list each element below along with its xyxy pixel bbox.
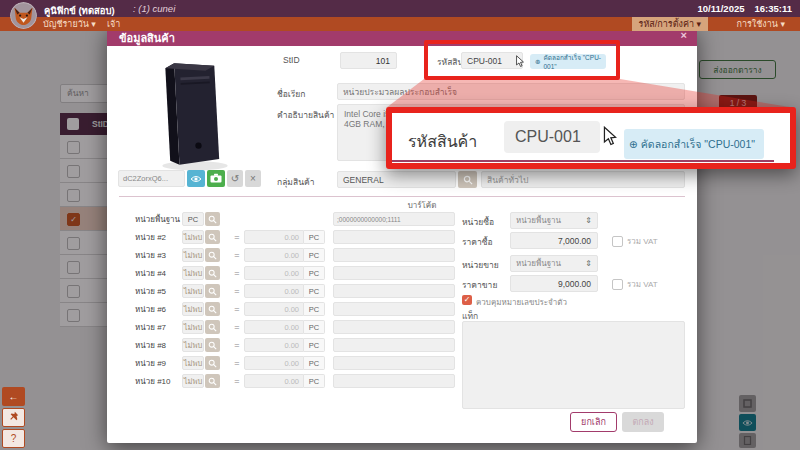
qty-input[interactable]: 0.00 bbox=[244, 320, 304, 334]
unit-input[interactable]: ไม่พบ bbox=[182, 356, 204, 370]
buy-unit-select[interactable]: หน่วยพื้นฐาน⇕ bbox=[510, 212, 598, 229]
unit-row: หน่วย #3ไม่พบ=0.00PC bbox=[135, 246, 490, 264]
qty-input[interactable]: 0.00 bbox=[244, 374, 304, 388]
search-icon bbox=[208, 323, 217, 332]
sell-unit-label: หน่วยขาย bbox=[462, 258, 499, 272]
sell-vat-checkbox-row: รวม VAT bbox=[612, 278, 658, 291]
mouse-cursor-icon bbox=[602, 126, 618, 147]
callout-copy-tooltip: ⊕คัดลอกสำเร็จ "CPU-001" bbox=[624, 129, 764, 159]
unit-search-button[interactable] bbox=[205, 320, 220, 334]
mouse-cursor-icon bbox=[515, 55, 525, 68]
qty-input[interactable]: 0.00 bbox=[244, 266, 304, 280]
unit-search-button[interactable] bbox=[205, 248, 220, 262]
app-title: คูนิฟิกข์ (ทดสอบ) bbox=[44, 3, 115, 18]
image-camera-button[interactable] bbox=[207, 170, 225, 187]
sort-arrows-icon: ⇕ bbox=[585, 216, 592, 225]
help-icon: ? bbox=[11, 433, 17, 444]
menubar: บัญชีรายวัน ▾ เจ้า รหัส/การตั้งค่า ▾ การ… bbox=[0, 17, 800, 31]
cancel-button[interactable]: ยกเลิก bbox=[570, 412, 617, 432]
unit-search-button[interactable] bbox=[205, 374, 220, 388]
barcode-input[interactable]: ;0000000000000;1111 bbox=[333, 212, 455, 226]
copy-plus-icon: ⊕ bbox=[535, 58, 540, 66]
unit-input[interactable]: ไม่พบ bbox=[182, 338, 204, 352]
app-logo-fox-icon[interactable] bbox=[10, 2, 37, 29]
tag-textarea[interactable] bbox=[462, 321, 685, 409]
time-label: 16:35:11 bbox=[754, 3, 792, 14]
search-icon bbox=[208, 269, 217, 278]
pin-button[interactable] bbox=[2, 408, 25, 427]
unit-row: หน่วย #5ไม่พบ=0.00PC bbox=[135, 282, 490, 300]
qty-input[interactable]: 0.00 bbox=[244, 230, 304, 244]
unit-row: หน่วย #8ไม่พบ=0.00PC bbox=[135, 336, 490, 354]
image-view-button[interactable] bbox=[187, 170, 205, 187]
image-id-input[interactable]: dC2ZorxQ6... bbox=[118, 170, 185, 187]
group-name-input[interactable]: สินค้าทั่วไป bbox=[481, 171, 685, 188]
search-icon bbox=[208, 341, 217, 350]
unit-search-button[interactable] bbox=[205, 284, 220, 298]
unit-search-button[interactable] bbox=[205, 302, 220, 316]
unit-input[interactable]: ไม่พบ bbox=[182, 302, 204, 316]
qty-input[interactable]: 0.00 bbox=[244, 356, 304, 370]
vat-checkbox[interactable] bbox=[612, 279, 623, 290]
serial-control-label: ควบคุมหมายเลขประจำตัว bbox=[476, 296, 567, 309]
qty-input[interactable]: 0.00 bbox=[244, 284, 304, 298]
unit-search-button[interactable] bbox=[205, 212, 220, 226]
sell-unit-select[interactable]: หน่วยพื้นฐาน⇕ bbox=[510, 255, 598, 272]
menu-usage[interactable]: การใช้งาน ▾ bbox=[730, 17, 792, 31]
search-icon bbox=[208, 377, 217, 386]
unit-search-button[interactable] bbox=[205, 230, 220, 244]
callout-code-label: รหัสสินค้า bbox=[408, 129, 477, 154]
barcode-input[interactable] bbox=[333, 248, 455, 262]
barcode-input[interactable] bbox=[333, 302, 455, 316]
stid-label: StID bbox=[283, 55, 300, 65]
unit-input[interactable]: ไม่พบ bbox=[182, 284, 204, 298]
base-unit-input[interactable]: PC bbox=[182, 212, 204, 226]
name-label: ชื่อเรียก bbox=[277, 87, 305, 101]
name-input[interactable]: หน่วยประมวลผลประกอบสำเร็จ bbox=[337, 83, 685, 100]
qty-input[interactable]: 0.00 bbox=[244, 248, 304, 262]
sell-price-label: ราคาขาย bbox=[462, 278, 497, 292]
qty-input[interactable]: 0.00 bbox=[244, 338, 304, 352]
barcode-input[interactable] bbox=[333, 266, 455, 280]
serial-control-checkbox[interactable]: ✓ bbox=[462, 295, 472, 305]
callout-divider bbox=[392, 160, 774, 162]
menu-codes-settings[interactable]: รหัส/การตั้งค่า ▾ bbox=[632, 17, 708, 31]
eye-icon bbox=[190, 175, 202, 183]
unit-input[interactable]: ไม่พบ bbox=[182, 266, 204, 280]
unit-input[interactable]: ไม่พบ bbox=[182, 230, 204, 244]
session-label: : (1) cunei bbox=[133, 3, 175, 14]
zoom-callout: รหัสสินค้า CPU-001 ⊕คัดลอกสำเร็จ "CPU-00… bbox=[386, 107, 796, 169]
help-button[interactable]: ? bbox=[2, 429, 25, 448]
date-label: 10/11/2025 bbox=[697, 3, 744, 14]
unit-input[interactable]: ไม่พบ bbox=[182, 320, 204, 334]
product-code-input[interactable]: CPU-001 bbox=[461, 52, 523, 69]
unit-search-button[interactable] bbox=[205, 266, 220, 280]
dialog-title: ข้อมูลสินค้า bbox=[119, 29, 175, 47]
group-code-input[interactable]: GENERAL bbox=[337, 171, 456, 188]
unit-search-button[interactable] bbox=[205, 338, 220, 352]
stid-input[interactable]: 101 bbox=[340, 52, 397, 69]
ok-button[interactable]: ตกลง bbox=[622, 412, 664, 432]
barcode-input[interactable] bbox=[333, 230, 455, 244]
image-undo-button[interactable]: ↺ bbox=[227, 170, 243, 187]
menu-partners[interactable]: เจ้า bbox=[100, 17, 127, 31]
unit-input[interactable]: ไม่พบ bbox=[182, 248, 204, 262]
back-button[interactable]: ← bbox=[2, 387, 25, 406]
buy-price-input[interactable]: 7,000.00 bbox=[510, 232, 598, 249]
qty-input[interactable]: 0.00 bbox=[244, 302, 304, 316]
barcode-input[interactable] bbox=[333, 284, 455, 298]
menu-daily-journal[interactable]: บัญชีรายวัน ▾ bbox=[36, 17, 103, 31]
unit-input[interactable]: ไม่พบ bbox=[182, 374, 204, 388]
barcode-input[interactable] bbox=[333, 320, 455, 334]
copy-plus-icon: ⊕ bbox=[629, 138, 638, 150]
vat-checkbox[interactable] bbox=[612, 236, 623, 247]
group-search-button[interactable] bbox=[458, 171, 477, 188]
buy-price-label: ราคาซื้อ bbox=[462, 235, 493, 249]
barcode-input[interactable] bbox=[333, 338, 455, 352]
barcode-input[interactable] bbox=[333, 356, 455, 370]
unit-search-button[interactable] bbox=[205, 356, 220, 370]
camera-icon bbox=[210, 173, 222, 183]
image-clear-button[interactable]: × bbox=[245, 170, 261, 187]
barcode-input[interactable] bbox=[333, 374, 455, 388]
sell-price-input[interactable]: 9,000.00 bbox=[510, 275, 598, 292]
